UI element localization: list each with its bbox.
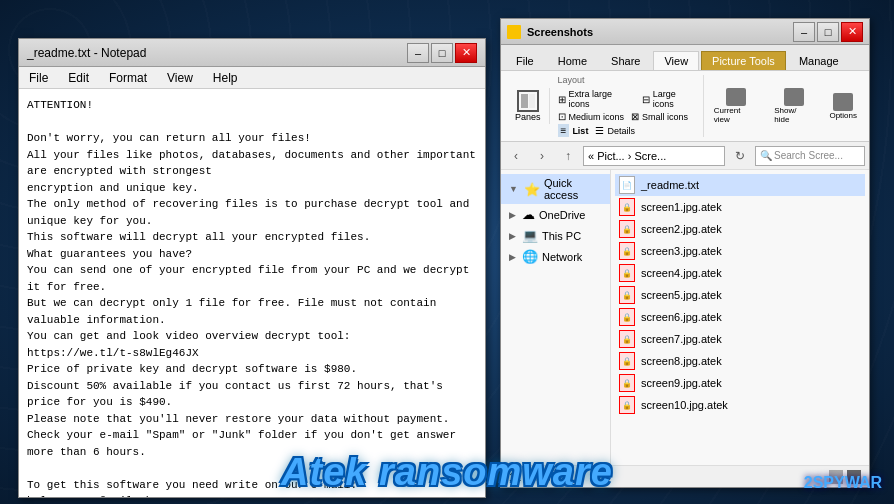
file-name: screen3.jpg.atek: [641, 245, 722, 257]
file-name: screen9.jpg.atek: [641, 377, 722, 389]
ransomware-title: Atek ransomware: [281, 451, 613, 494]
panes-button[interactable]: Panes: [511, 88, 545, 124]
file-item[interactable]: 🔒screen3.jpg.atek: [615, 240, 865, 262]
explorer-sidebar: ▼ ⭐ Quick access ▶ ☁ OneDrive ▶ 💻 This P…: [501, 170, 611, 465]
file-icon: 🔒: [619, 242, 635, 260]
file-name: screen8.jpg.atek: [641, 355, 722, 367]
tab-home[interactable]: Home: [547, 51, 598, 70]
thispc-icon: 💻: [522, 228, 538, 243]
file-icon: 🔒: [619, 396, 635, 414]
file-name: screen10.jpg.atek: [641, 399, 728, 411]
explorer-maximize-btn[interactable]: □: [817, 22, 839, 42]
menu-file[interactable]: File: [23, 69, 54, 87]
brand-logo: 2SPYWAR: [804, 474, 882, 492]
network-arrow: ▶: [509, 252, 516, 262]
address-bar[interactable]: « Pict... › Scre...: [583, 146, 725, 166]
ribbon-section-layout: Layout ⊞ Extra large icons ⊟ Large icons…: [554, 75, 704, 137]
ribbon-row-list: ≡ List ☰ Details: [558, 124, 699, 137]
onedrive-icon: ☁: [522, 207, 535, 222]
thispc-label: This PC: [542, 230, 581, 242]
notepad-menubar: File Edit Format View Help: [19, 67, 485, 89]
file-item[interactable]: 🔒screen6.jpg.atek: [615, 306, 865, 328]
notepad-maximize-btn[interactable]: □: [431, 43, 453, 63]
sidebar-item-network[interactable]: ▶ 🌐 Network: [501, 246, 610, 267]
show-hide-label: Show/ hide: [774, 106, 813, 124]
onedrive-arrow: ▶: [509, 210, 516, 220]
notepad-controls: – □ ✕: [407, 43, 477, 63]
file-item[interactable]: 🔒screen1.jpg.atek: [615, 196, 865, 218]
quick-access-arrow: ▼: [509, 184, 518, 194]
tab-file[interactable]: File: [505, 51, 545, 70]
file-item[interactable]: 🔒screen8.jpg.atek: [615, 350, 865, 372]
notepad-window[interactable]: _readme.txt - Notepad – □ ✕ File Edit Fo…: [18, 38, 486, 498]
notepad-close-btn[interactable]: ✕: [455, 43, 477, 63]
sidebar-item-quick-access[interactable]: ▼ ⭐ Quick access: [501, 174, 610, 204]
file-item[interactable]: 🔒screen9.jpg.atek: [615, 372, 865, 394]
options-btn[interactable]: Options: [829, 93, 857, 120]
ribbon-section-showhide: Show/ hide: [768, 86, 819, 126]
extra-large-icons-label: Extra large icons: [569, 89, 635, 109]
sidebar-item-thispc[interactable]: ▶ 💻 This PC: [501, 225, 610, 246]
options-label: Options: [829, 111, 857, 120]
file-name: screen5.jpg.atek: [641, 289, 722, 301]
show-hide-btn[interactable]: Show/ hide: [774, 88, 813, 124]
menu-format[interactable]: Format: [103, 69, 153, 87]
explorer-main: ▼ ⭐ Quick access ▶ ☁ OneDrive ▶ 💻 This P…: [501, 170, 869, 465]
file-item[interactable]: 🔒screen2.jpg.atek: [615, 218, 865, 240]
menu-help[interactable]: Help: [207, 69, 244, 87]
tab-share[interactable]: Share: [600, 51, 651, 70]
explorer-minimize-btn[interactable]: –: [793, 22, 815, 42]
nav-back-btn[interactable]: ‹: [505, 146, 527, 166]
search-icon: 🔍: [760, 150, 772, 161]
file-name: screen4.jpg.atek: [641, 267, 722, 279]
ribbon-row-icons1: ⊞ Extra large icons ⊟ Large icons: [558, 89, 699, 109]
tab-picture-tools[interactable]: Picture Tools: [701, 51, 786, 70]
explorer-filelist: 📄_readme.txt🔒screen1.jpg.atek🔒screen2.jp…: [611, 170, 869, 465]
file-item[interactable]: 🔒screen10.jpg.atek: [615, 394, 865, 416]
notepad-minimize-btn[interactable]: –: [407, 43, 429, 63]
ribbon-row-icons2: ⊡ Medium icons ⊠ Small icons: [558, 111, 699, 122]
file-icon: 🔒: [619, 330, 635, 348]
file-icon: 🔒: [619, 352, 635, 370]
list-label: List: [572, 126, 588, 136]
file-item[interactable]: 🔒screen7.jpg.atek: [615, 328, 865, 350]
ribbon-section-options: Options: [823, 91, 863, 122]
sidebar-item-onedrive[interactable]: ▶ ☁ OneDrive: [501, 204, 610, 225]
medium-icons-btn[interactable]: ⊡: [558, 111, 566, 122]
menu-view[interactable]: View: [161, 69, 199, 87]
explorer-navbar: ‹ › ↑ « Pict... › Scre... ↻ 🔍 Search Scr…: [501, 142, 869, 170]
file-icon: 🔒: [619, 220, 635, 238]
file-item[interactable]: 📄_readme.txt: [615, 174, 865, 196]
thispc-arrow: ▶: [509, 231, 516, 241]
details-label: Details: [607, 126, 635, 136]
nav-up-btn[interactable]: ↑: [557, 146, 579, 166]
small-icons-btn[interactable]: ⊠: [631, 111, 639, 122]
file-item[interactable]: 🔒screen4.jpg.atek: [615, 262, 865, 284]
list-btn[interactable]: ≡: [558, 124, 570, 137]
file-name: _readme.txt: [641, 179, 699, 191]
nav-forward-btn[interactable]: ›: [531, 146, 553, 166]
file-name: screen7.jpg.atek: [641, 333, 722, 345]
network-label: Network: [542, 251, 582, 263]
explorer-window[interactable]: Screenshots – □ ✕ File Home Share View P…: [500, 18, 870, 488]
ribbon-section-right: Current view: [708, 86, 764, 126]
large-icons-label: Large icons: [653, 89, 699, 109]
large-icons-btn[interactable]: ⊟: [642, 94, 650, 105]
menu-edit[interactable]: Edit: [62, 69, 95, 87]
small-icons-label: Small icons: [642, 112, 688, 122]
search-bar[interactable]: 🔍 Search Scree...: [755, 146, 865, 166]
file-item[interactable]: 🔒screen5.jpg.atek: [615, 284, 865, 306]
explorer-close-btn[interactable]: ✕: [841, 22, 863, 42]
details-btn[interactable]: ☰: [595, 125, 604, 136]
current-view-btn[interactable]: Current view: [714, 88, 758, 124]
extra-large-icons-btn[interactable]: ⊞: [558, 94, 566, 105]
tab-manage[interactable]: Manage: [788, 51, 850, 70]
search-placeholder: Search Scree...: [774, 150, 843, 161]
explorer-title: Screenshots: [527, 26, 787, 38]
nav-refresh-btn[interactable]: ↻: [729, 146, 751, 166]
file-icon: 🔒: [619, 198, 635, 216]
onedrive-label: OneDrive: [539, 209, 585, 221]
medium-icons-label: Medium icons: [569, 112, 625, 122]
file-name: screen2.jpg.atek: [641, 223, 722, 235]
tab-view[interactable]: View: [653, 51, 699, 70]
